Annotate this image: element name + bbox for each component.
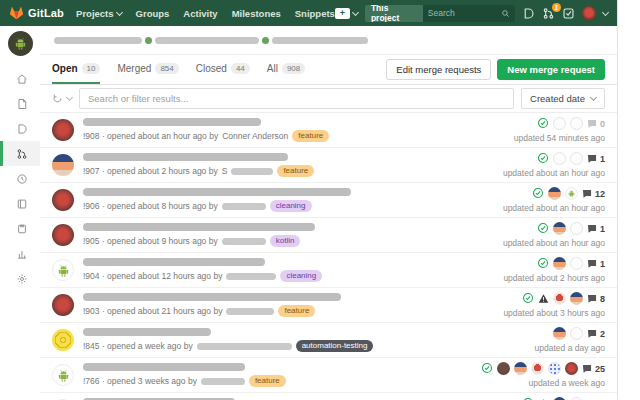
new-dropdown-button[interactable]: + (335, 8, 358, 19)
author-avatar[interactable] (52, 189, 74, 211)
search-context-badge[interactable]: This project (365, 5, 423, 22)
mr-author-redacted[interactable] (231, 168, 273, 175)
merge-request-row[interactable]: !903 · opened about 21 hours ago byfeatu… (40, 288, 617, 323)
sidebar-item-charts[interactable] (0, 241, 40, 266)
sidebar-item-repository[interactable] (0, 91, 40, 116)
mr-author-redacted[interactable] (201, 378, 245, 385)
assignee-avatar[interactable] (553, 222, 566, 235)
mr-title-redacted[interactable] (83, 188, 351, 196)
nav-menu-activity[interactable]: Activity (183, 8, 217, 19)
mr-title-redacted[interactable] (83, 328, 211, 336)
author-avatar[interactable] (52, 329, 74, 351)
merge-request-row[interactable]: !908 · opened about an hour ago byConner… (40, 113, 617, 148)
comments-count[interactable]: 1 (587, 154, 605, 164)
new-merge-request-button[interactable]: New merge request (497, 59, 605, 80)
assignee-avatar[interactable] (531, 362, 544, 375)
merge-request-row[interactable]: !906 · opened about 8 hours ago bycleani… (40, 183, 617, 218)
pipeline-passed-icon[interactable] (522, 290, 534, 308)
author-avatar[interactable] (52, 259, 74, 281)
mr-author-redacted[interactable] (226, 308, 274, 315)
merge-request-row[interactable]: !907 · opened about 2 hours ago bySfeatu… (40, 148, 617, 183)
label-pill[interactable]: automation-testing (296, 340, 374, 353)
tab-merged[interactable]: Merged854 (117, 55, 178, 84)
mr-title-redacted[interactable] (83, 258, 265, 266)
label-pill[interactable]: cleaning (280, 270, 322, 283)
comments-count[interactable]: 1 (587, 224, 605, 234)
mr-author[interactable]: S (222, 166, 228, 176)
nav-menu-milestones[interactable]: Milestones (232, 8, 281, 19)
assignee-avatar[interactable] (548, 362, 561, 375)
label-pill[interactable]: kotlin (270, 235, 301, 248)
comments-count[interactable]: 25 (582, 364, 605, 374)
author-avatar[interactable] (52, 119, 74, 141)
assignee-avatar[interactable] (570, 292, 583, 305)
assignee-avatar[interactable] (553, 292, 566, 305)
sort-dropdown[interactable]: Created date (521, 88, 605, 109)
assignee-avatar[interactable] (565, 362, 578, 375)
pipeline-passed-icon[interactable] (532, 185, 544, 203)
comments-count[interactable]: 1 (587, 259, 605, 269)
recent-searches-button[interactable] (52, 93, 72, 104)
warning-icon[interactable] (538, 290, 549, 308)
merge-request-row[interactable]: !766 · opened 3 weeks ago byfeature25upd… (40, 358, 617, 393)
sidebar-item-snippets[interactable] (0, 216, 40, 241)
comments-count[interactable]: 12 (582, 189, 605, 199)
mr-author-redacted[interactable] (197, 343, 292, 350)
tab-open[interactable]: Open10 (52, 55, 100, 84)
merge-request-row[interactable]: !717 · opened a month ago bytech-debt3up… (40, 393, 617, 400)
pipeline-passed-icon[interactable] (537, 255, 549, 273)
sidebar-item-merge-requests[interactable] (0, 141, 40, 166)
label-pill[interactable]: feature (292, 130, 329, 143)
pipeline-passed-icon[interactable] (481, 360, 493, 378)
author-avatar[interactable] (52, 294, 74, 316)
pipeline-passed-icon[interactable] (522, 395, 534, 400)
sidebar-item-settings[interactable] (0, 266, 40, 291)
issues-icon[interactable] (522, 7, 535, 20)
edit-merge-requests-button[interactable]: Edit merge requests (386, 59, 491, 80)
mr-author[interactable]: Conner Anderson (222, 131, 288, 141)
comments-count[interactable]: 8 (587, 294, 605, 304)
assignee-avatar[interactable] (548, 187, 561, 200)
project-avatar[interactable] (8, 31, 33, 56)
mr-author-redacted[interactable] (222, 238, 266, 245)
sidebar-item-wiki[interactable] (0, 191, 40, 216)
pipeline-passed-icon[interactable] (537, 220, 549, 238)
mr-title-redacted[interactable] (83, 363, 245, 371)
label-pill[interactable]: feature (277, 165, 314, 178)
gitlab-logo[interactable]: GitLab (9, 6, 64, 20)
pipeline-passed-icon[interactable] (537, 150, 549, 168)
nav-menu-groups[interactable]: Groups (136, 8, 170, 19)
label-pill[interactable]: feature (278, 305, 315, 318)
assignee-avatar[interactable] (565, 187, 578, 200)
sidebar-item-pipelines[interactable] (0, 166, 40, 191)
nav-menu-projects[interactable]: Projects (76, 8, 122, 19)
mr-title-redacted[interactable] (83, 153, 288, 161)
assignee-avatar[interactable] (553, 257, 566, 270)
warning-icon[interactable] (538, 395, 549, 400)
sidebar-item-project-home[interactable] (0, 66, 40, 91)
assignee-avatar[interactable] (497, 362, 510, 375)
mr-author-redacted[interactable] (226, 273, 276, 280)
filter-search-input[interactable]: Search or filter results... (79, 88, 514, 109)
merge-request-row[interactable]: !845 · opened a week ago byautomation-te… (40, 323, 617, 358)
sidebar-item-issues[interactable] (0, 116, 40, 141)
user-avatar[interactable] (582, 6, 596, 21)
merge-request-row[interactable]: !904 · opened about 12 hours ago byclean… (40, 253, 617, 288)
author-avatar[interactable] (52, 364, 74, 386)
label-pill[interactable]: cleaning (270, 200, 312, 213)
assignee-avatar[interactable] (553, 327, 566, 340)
tab-closed[interactable]: Closed44 (196, 55, 250, 84)
nav-menu-snippets[interactable]: Snippets (295, 8, 335, 19)
author-avatar[interactable] (52, 224, 74, 246)
mr-author-redacted[interactable] (222, 203, 266, 210)
mr-title-redacted[interactable] (83, 293, 341, 301)
comments-count[interactable]: 2 (587, 329, 605, 339)
assignee-avatar[interactable] (514, 362, 527, 375)
merge-requests-nav-icon[interactable]: 1 (542, 7, 555, 20)
mr-title-redacted[interactable] (83, 223, 315, 231)
author-avatar[interactable] (52, 154, 74, 176)
label-pill[interactable]: feature (249, 375, 286, 388)
todos-icon[interactable] (562, 7, 575, 20)
pipeline-passed-icon[interactable] (537, 115, 549, 133)
merge-request-row[interactable]: !905 · opened about 9 hours ago bykotlin… (40, 218, 617, 253)
